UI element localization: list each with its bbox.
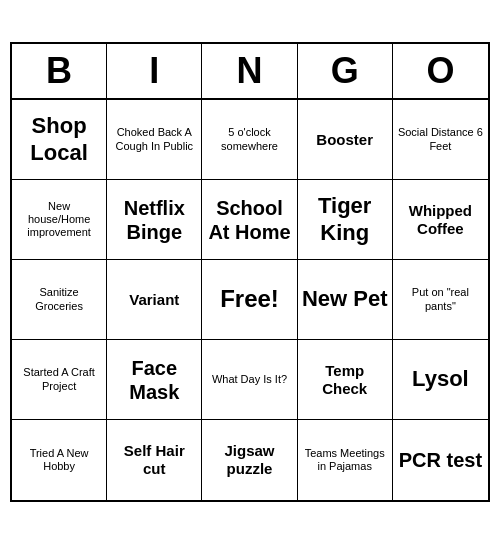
bingo-cell-15[interactable]: Started A Craft Project [12,340,107,420]
bingo-cell-8[interactable]: Tiger King [298,180,393,260]
bingo-cell-11[interactable]: Variant [107,260,202,340]
header-letter-g: G [298,44,393,98]
bingo-card: BINGO Shop LocalChoked Back A Cough In P… [10,42,490,502]
bingo-cell-1[interactable]: Choked Back A Cough In Public [107,100,202,180]
bingo-grid: Shop LocalChoked Back A Cough In Public5… [12,100,488,500]
bingo-cell-6[interactable]: Netflix Binge [107,180,202,260]
bingo-cell-20[interactable]: Tried A New Hobby [12,420,107,500]
bingo-cell-21[interactable]: Self Hair cut [107,420,202,500]
header-letter-o: O [393,44,488,98]
bingo-cell-12[interactable]: Free! [202,260,297,340]
bingo-cell-13[interactable]: New Pet [298,260,393,340]
bingo-cell-0[interactable]: Shop Local [12,100,107,180]
bingo-cell-22[interactable]: Jigsaw puzzle [202,420,297,500]
bingo-cell-2[interactable]: 5 o'clock somewhere [202,100,297,180]
bingo-cell-10[interactable]: Sanitize Groceries [12,260,107,340]
bingo-cell-18[interactable]: Temp Check [298,340,393,420]
bingo-cell-17[interactable]: What Day Is It? [202,340,297,420]
bingo-header: BINGO [12,44,488,100]
bingo-cell-3[interactable]: Booster [298,100,393,180]
header-letter-b: B [12,44,107,98]
bingo-cell-16[interactable]: Face Mask [107,340,202,420]
bingo-cell-23[interactable]: Teams Meetings in Pajamas [298,420,393,500]
bingo-cell-9[interactable]: Whipped Coffee [393,180,488,260]
header-letter-n: N [202,44,297,98]
bingo-cell-4[interactable]: Social Distance 6 Feet [393,100,488,180]
bingo-cell-5[interactable]: New house/Home improvement [12,180,107,260]
header-letter-i: I [107,44,202,98]
bingo-cell-14[interactable]: Put on "real pants" [393,260,488,340]
bingo-cell-7[interactable]: School At Home [202,180,297,260]
bingo-cell-19[interactable]: Lysol [393,340,488,420]
bingo-cell-24[interactable]: PCR test [393,420,488,500]
